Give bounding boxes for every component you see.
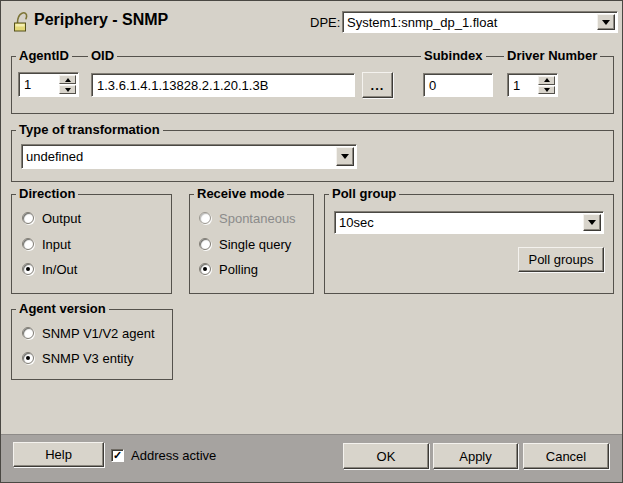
poll-group-groupbox: Poll group 10sec Poll groups: [324, 194, 614, 294]
transformation-groupbox: Type of transformation undefined: [11, 130, 614, 182]
apply-button-label: Apply: [459, 449, 492, 464]
driver-number-group-label: Driver Number: [504, 48, 600, 63]
arrow-up-icon: [544, 78, 550, 82]
transformation-dropdown-arrow-icon[interactable]: [336, 147, 354, 166]
radio-icon: [22, 327, 34, 339]
radio-polling-label: Polling: [219, 262, 258, 277]
dpe-label: DPE:: [310, 15, 340, 30]
poll-groups-button[interactable]: Poll groups: [518, 247, 604, 272]
dpe-selected-value: System1:snmp_dp_1.float: [347, 12, 595, 32]
subindex-group-label: Subindex: [421, 48, 486, 63]
oid-group-label: OID: [88, 48, 117, 63]
radio-icon: [22, 212, 34, 224]
radio-icon: [199, 238, 211, 250]
poll-group-selected-value: 10sec: [339, 212, 581, 233]
oid-input[interactable]: 1.3.6.1.4.1.13828.2.1.20.1.3B: [91, 73, 355, 97]
radio-disabled-icon: [199, 212, 211, 224]
oid-browse-button[interactable]: ...: [362, 72, 393, 98]
direction-group-label: Direction: [16, 186, 78, 201]
radio-icon: [22, 238, 34, 250]
receive-mode-groupbox: Receive mode Spontaneous Single query Po…: [189, 194, 314, 294]
address-active-label: Address active: [131, 448, 216, 463]
apply-button[interactable]: Apply: [433, 443, 518, 469]
open-padlock-icon: [12, 9, 30, 36]
radio-snmp-v3[interactable]: SNMP V3 entity: [22, 350, 134, 366]
spin-up-button[interactable]: [59, 75, 76, 84]
arrow-down-icon: [65, 88, 71, 92]
radio-polling[interactable]: Polling: [199, 261, 258, 277]
agent-version-groupbox: Agent version SNMP V1/V2 agent SNMP V3 e…: [11, 309, 173, 380]
driver-number-spinbox[interactable]: 1: [507, 73, 558, 97]
radio-snmp-v1v2[interactable]: SNMP V1/V2 agent: [22, 325, 155, 341]
help-button[interactable]: Help: [13, 442, 104, 467]
arrow-up-icon: [65, 78, 71, 82]
transformation-selected-value: undefined: [26, 145, 334, 168]
poll-group-combobox[interactable]: 10sec: [334, 211, 604, 234]
ok-button[interactable]: OK: [343, 443, 429, 469]
ellipsis-icon: ...: [371, 78, 385, 93]
arrow-down-icon: [544, 88, 550, 92]
chevron-down-icon: [602, 20, 610, 25]
radio-checked-icon: [22, 352, 34, 364]
radio-spontaneous-label: Spontaneous: [219, 211, 296, 226]
help-button-label: Help: [45, 447, 72, 462]
poll-group-dropdown-arrow-icon[interactable]: [583, 214, 601, 231]
chevron-down-icon: [588, 220, 596, 225]
chevron-down-icon: [341, 154, 349, 159]
poll-group-label: Poll group: [329, 186, 399, 201]
agent-version-group-label: Agent version: [16, 301, 109, 316]
agent-id-value: 1: [24, 77, 31, 92]
radio-spontaneous: Spontaneous: [199, 210, 296, 226]
spin-down-button[interactable]: [538, 86, 555, 95]
radio-snmp-v1v2-label: SNMP V1/V2 agent: [42, 326, 155, 341]
footer-bar: Help ✓ Address active OK Apply Cancel: [1, 434, 622, 482]
radio-input[interactable]: Input: [22, 236, 71, 252]
radio-in-out-label: In/Out: [42, 262, 77, 277]
dpe-combobox[interactable]: System1:snmp_dp_1.float: [342, 11, 618, 33]
radio-single-query-label: Single query: [219, 237, 291, 252]
transformation-combobox[interactable]: undefined: [21, 144, 357, 169]
direction-groupbox: Direction Output Input In/Out: [11, 194, 172, 294]
radio-checked-icon: [22, 263, 34, 275]
radio-output-label: Output: [42, 211, 81, 226]
ok-button-label: OK: [377, 449, 396, 464]
dpe-dropdown-arrow-icon[interactable]: [597, 14, 615, 30]
address-groupbox: AgentID OID Subindex Driver Number 1 1.3…: [11, 56, 614, 114]
address-active-checkbox-row[interactable]: ✓ Address active: [111, 447, 216, 463]
poll-groups-button-label: Poll groups: [528, 252, 593, 267]
radio-output[interactable]: Output: [22, 210, 81, 226]
agent-id-group-label: AgentID: [16, 48, 72, 63]
driver-number-spin-buttons: [538, 76, 555, 94]
agent-id-spinbox[interactable]: 1: [18, 72, 79, 97]
snmp-periphery-dialog: Periphery - SNMP DPE: System1:snmp_dp_1.…: [0, 0, 623, 483]
spin-down-button[interactable]: [59, 85, 76, 94]
cancel-button-label: Cancel: [546, 449, 586, 464]
checkbox-checked-icon[interactable]: ✓: [111, 449, 124, 462]
subindex-input[interactable]: 0: [423, 73, 493, 97]
driver-number-value: 1: [513, 78, 520, 93]
cancel-button[interactable]: Cancel: [523, 443, 609, 469]
radio-single-query[interactable]: Single query: [199, 236, 291, 252]
radio-input-label: Input: [42, 237, 71, 252]
oid-value: 1.3.6.1.4.1.13828.2.1.20.1.3B: [97, 78, 268, 93]
spin-up-button[interactable]: [538, 76, 555, 85]
radio-in-out[interactable]: In/Out: [22, 261, 77, 277]
radio-checked-icon: [199, 263, 211, 275]
transformation-group-label: Type of transformation: [16, 122, 163, 137]
receive-mode-group-label: Receive mode: [194, 186, 287, 201]
dialog-title: Periphery - SNMP: [34, 11, 168, 29]
radio-snmp-v3-label: SNMP V3 entity: [42, 351, 134, 366]
check-mark-icon: ✓: [113, 450, 122, 461]
agent-id-spin-buttons: [59, 75, 76, 94]
subindex-value: 0: [429, 78, 436, 93]
